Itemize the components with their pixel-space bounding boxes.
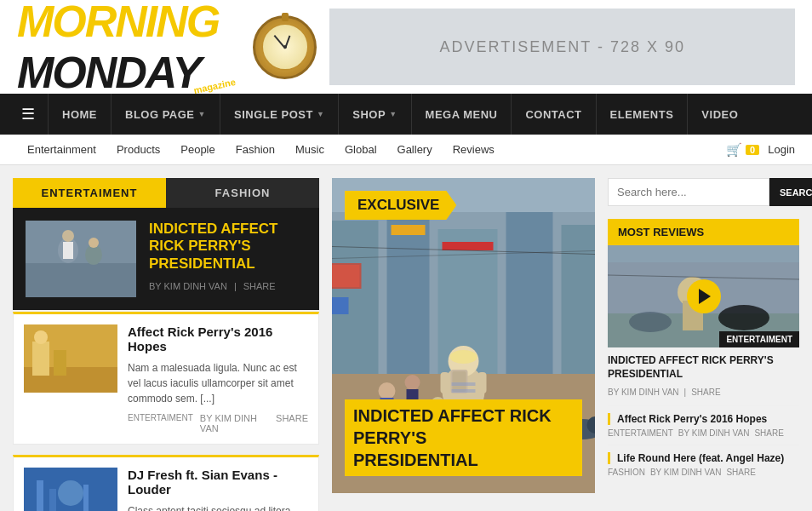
play-icon [699,289,711,304]
svg-point-3 [62,230,74,242]
svg-rect-35 [452,382,476,386]
review1-sep: | [684,388,687,397]
ad-section: ADVERTISEMENT - 728 X 90 [253,9,795,85]
svg-point-37 [379,382,396,399]
subnav-global[interactable]: Global [335,135,387,165]
nav-home[interactable]: HOME [48,94,111,135]
tab-fashion[interactable]: FASHION [166,178,319,208]
article-title-2[interactable]: DJ Fresh ft. Sian Evans - Louder [128,468,308,497]
article-img-1 [24,324,117,393]
svg-rect-55 [332,265,360,287]
article1-cat: ENTERTAIMENT [128,413,193,433]
cart-button[interactable]: 🛒 0 [726,142,759,158]
login-link[interactable]: Login [768,143,795,156]
review2-by: BY KIM DINH VAN [678,428,750,438]
tabs: ENTERTAIMENT FASHION [13,178,319,208]
clock-knob [282,13,289,21]
featured-share[interactable]: SHARE [243,281,276,291]
article-card-1: Affect Rick Perry's 2016 Hopes Nam a mal… [13,312,319,445]
subnav-right: 🛒 0 Login [726,142,795,158]
review-item-1: INDICTED AFFECT RICK PERRY'S PRESIDENTIA… [608,347,799,397]
review2-title[interactable]: Affect Rick Perry's 2016 Hopes [608,413,799,425]
nav-blog[interactable]: BLOG PAGE ▼ [111,94,220,135]
review-item-2: Affect Rick Perry's 2016 Hopes ENTERTAIM… [608,405,799,445]
search-bar: SEARCH [608,178,799,206]
subnav-fashion[interactable]: Fashion [226,135,285,165]
review1-title[interactable]: INDICTED AFFECT RICK PERRY'S PRESIDENTIA… [608,347,799,388]
middle-column: EXCLUSIVE INDICTED AFFECT RICK PERRY'S P… [332,178,595,511]
nav-single[interactable]: SINGLE POST ▼ [220,94,338,135]
featured-scene-svg [26,221,136,297]
subnav-gallery[interactable]: Gallery [387,135,443,165]
nav-shop[interactable]: SHOP ▼ [338,94,410,135]
review2-meta: ENTERTAIMENT BY KIM DINH VAN SHARE [608,428,799,438]
hamburger-menu[interactable]: ☰ [9,105,48,123]
mid-headline[interactable]: INDICTED AFFECT RICK PERRY'S PRESIDENTIA… [345,399,582,476]
article2-scene [24,468,117,511]
ad-banner: ADVERTISEMENT - 728 X 90 [329,9,795,85]
play-button[interactable] [687,279,721,313]
subnav-reviews[interactable]: Reviews [443,135,505,165]
nav-single-arrow: ▼ [317,110,324,118]
svg-point-63 [629,312,672,332]
nav-mega[interactable]: MEGA MENU [411,94,512,135]
subnav-entertainment[interactable]: Entertainment [17,135,106,165]
svg-rect-34 [478,372,487,393]
svg-rect-10 [54,350,66,376]
logo: MORNING MONDAY [17,0,219,98]
article-text-2: Class aptent taciti sociosqu ad litora t… [128,503,308,511]
main-layout: ENTERTAIMENT FASHION [0,165,812,511]
nav-elements[interactable]: ELEMENTS [596,94,688,135]
article-img-2 [24,468,117,511]
svg-rect-36 [452,389,476,393]
svg-rect-15 [49,489,56,511]
review3-meta: FASHION BY KIM DINH VAN SHARE [608,468,799,477]
review3-share[interactable]: SHARE [726,468,755,477]
subnav-music[interactable]: Music [285,135,335,165]
review-item-3: Life Round Here (feat. Angel Haze) FASHI… [608,445,799,484]
article1-share[interactable]: SHARE [276,413,308,433]
search-input[interactable] [608,178,769,206]
article-title-1[interactable]: Affect Rick Perry's 2016 Hopes [128,324,308,353]
svg-point-11 [34,330,48,344]
review1-share[interactable]: SHARE [691,388,720,397]
search-button[interactable]: SEARCH [769,178,812,206]
subnav-products[interactable]: Products [106,135,170,165]
svg-point-16 [58,480,83,506]
review2-cat: ENTERTAIMENT [608,428,673,438]
entertain-badge: ENTERTAIMENT [719,331,799,347]
svg-rect-4 [63,242,73,259]
featured-meta: BY KIM DINH VAN | SHARE [149,281,306,291]
nav-shop-arrow: ▼ [389,110,397,118]
svg-point-30 [450,350,477,364]
nav-blog-arrow: ▼ [198,110,206,118]
cart-icon: 🛒 [726,142,742,158]
cart-badge: 0 [746,145,759,155]
svg-rect-32 [453,371,466,392]
article-meta-1: ENTERTAIMENT BY KIM DINH VAN SHARE [128,413,308,433]
tab-entertaiment[interactable]: ENTERTAIMENT [13,178,166,208]
clock-center [283,45,287,49]
featured-img-bg [26,221,136,297]
svg-rect-33 [441,372,449,393]
svg-rect-24 [562,225,596,391]
mid-background: EXCLUSIVE INDICTED AFFECT RICK PERRY'S P… [332,178,595,493]
review3-by: BY KIM DINH VAN [650,468,722,477]
left-column: ENTERTAIMENT FASHION [13,178,319,511]
review3-title[interactable]: Life Round Here (feat. Angel Haze) [608,452,799,464]
mid-headline-wrap: INDICTED AFFECT RICK PERRY'S PRESIDENTIA… [332,399,595,476]
review2-share[interactable]: SHARE [754,428,783,438]
featured-title[interactable]: INDICTED AFFECT RICK PERRY'S PRESIDENTIA… [149,221,306,273]
nav-video[interactable]: VIDEO [687,94,752,135]
header: MORNING MONDAY magazine ADVERTISEMENT - … [0,0,812,94]
svg-point-39 [405,375,420,390]
nav-contact[interactable]: CONTACT [511,94,595,135]
subnav-people[interactable]: People [170,135,225,165]
svg-rect-23 [506,212,553,382]
clock-face [261,23,309,71]
svg-point-62 [718,305,769,330]
article-content-2: DJ Fresh ft. Sian Evans - Louder Class a… [128,468,308,511]
review3-cat: FASHION [608,468,645,477]
review-video[interactable]: ENTERTAIMENT [608,245,799,347]
navbar: ☰ HOME BLOG PAGE ▼ SINGLE POST ▼ SHOP ▼ … [0,94,812,135]
